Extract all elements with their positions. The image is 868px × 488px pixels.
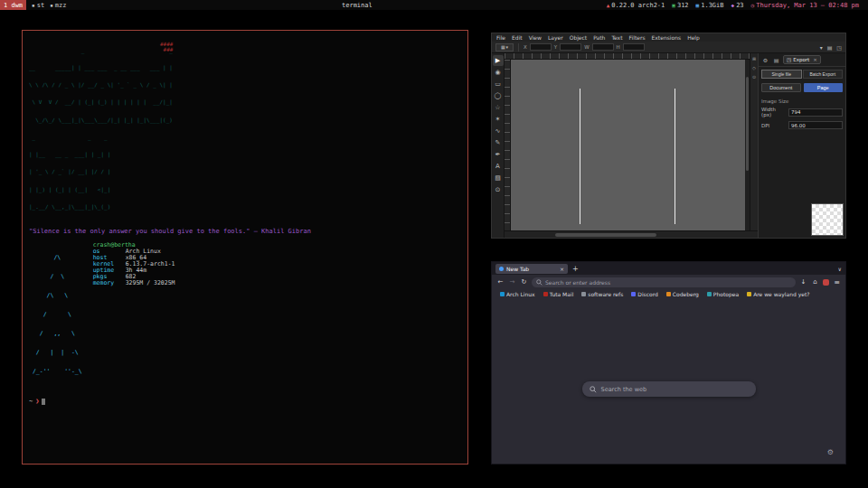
bookmark-discord[interactable]: Discord — [631, 291, 658, 297]
chevron-down-icon[interactable]: ▾ — [820, 44, 823, 51]
y-field[interactable] — [560, 43, 581, 51]
arch-ascii-logo: /\ / \ /\ \ / \ / ,, \ / | | -\ /_-'' ''… — [29, 242, 82, 388]
menu-file[interactable]: File — [496, 34, 505, 41]
selection-mode-dropdown[interactable]: ▦ ▾ — [495, 43, 514, 52]
menu-help[interactable]: Help — [687, 34, 700, 41]
tool-star[interactable]: ☆ — [493, 102, 504, 113]
statusbar-item-st[interactable]: ▪ st — [32, 2, 44, 9]
menu-extensions[interactable]: Extensions — [652, 34, 682, 41]
layers-icon[interactable]: ▤ — [772, 57, 780, 63]
canvas[interactable] — [511, 60, 745, 230]
back-icon[interactable]: ← — [496, 278, 505, 286]
menu-view[interactable]: View — [529, 34, 542, 41]
tool-ellipse[interactable]: ◯ — [493, 90, 504, 101]
menu-text[interactable]: Text — [611, 34, 622, 41]
image-size-label: Image Size — [759, 95, 845, 105]
ruler-vertical — [505, 60, 511, 230]
bookmark-label: Codeberg — [673, 291, 699, 297]
canvas-horizontal-scrollbar[interactable] — [505, 230, 758, 238]
bookmark-arch-linux[interactable]: Arch Linux — [500, 291, 535, 297]
tool-dropper[interactable]: ⊙ — [493, 184, 504, 195]
tool-text[interactable]: A — [493, 161, 504, 172]
w-field[interactable] — [592, 43, 614, 51]
width-row: Width (px) 794 — [759, 105, 845, 119]
terminal-quote: "Silence is the only answer you should g… — [29, 228, 467, 235]
close-icon[interactable]: × — [813, 57, 817, 62]
bookmark-tuta-mail[interactable]: Tuta Mail — [543, 291, 574, 297]
status-memory-label: 1.3GiB — [701, 2, 723, 9]
workspace-tag[interactable]: 1 dwm — [0, 0, 26, 10]
tool-gradient[interactable]: ▧ — [493, 173, 504, 183]
new-tab-button[interactable]: + — [572, 265, 579, 273]
menu-path[interactable]: Path — [593, 34, 605, 41]
menu-edit[interactable]: Edit — [512, 34, 523, 41]
tool-node-editor[interactable]: ◉ — [493, 67, 504, 78]
snap-toolbar: ⊞ ◇ ⊙ — [750, 53, 758, 230]
address-bar[interactable]: Search or enter address — [532, 277, 796, 287]
home-icon[interactable]: ⌂ — [811, 278, 819, 286]
shell-prompt[interactable]: ~❯ — [29, 398, 467, 405]
batch-export-tab[interactable]: Batch Export — [803, 70, 844, 79]
tab-close-icon[interactable]: × — [560, 266, 564, 272]
bookmark-label: Are we wayland yet? — [753, 291, 809, 297]
terminal-cursor — [42, 399, 45, 405]
page-button[interactable]: Page — [804, 83, 844, 92]
statusbar-item-label: st — [37, 2, 44, 9]
tool-calligraphy[interactable]: ✒ — [493, 149, 504, 160]
statusbar-item-mzz[interactable]: ▪ mzz — [50, 2, 66, 9]
menu-icon[interactable]: ≡ — [833, 278, 841, 286]
status-clock-label: Thursday, Mar 13 — 02:48 pm — [756, 2, 859, 9]
single-file-tab[interactable]: Single file — [761, 70, 802, 79]
ublock-extension-icon[interactable] — [823, 279, 829, 286]
downloads-icon[interactable]: ↓ — [799, 278, 807, 286]
statusbar-right: ▲ 0.22.0 arch2-1 ▣ 312 ▦ 1.3GiB ◆ 23 ◷ T… — [607, 2, 868, 9]
bookmark-software-refs[interactable]: software refs — [581, 291, 623, 297]
bookmark-label: Discord — [637, 291, 658, 297]
volume-icon: ◆ — [731, 2, 735, 8]
width-field[interactable]: 794 — [788, 108, 843, 117]
export-corner-icon[interactable]: ◳ — [836, 44, 842, 51]
newtab-search-box[interactable]: Search the web — [582, 381, 756, 397]
firefox-window[interactable]: New Tab × + ∨ ← → ↻ Search or enter addr… — [491, 261, 846, 465]
bookmark-codeberg[interactable]: Codeberg — [666, 291, 699, 297]
fetch-row: memory3295M / 32025M — [93, 280, 175, 286]
arch-icon: ▲ — [607, 2, 610, 8]
snap-icon[interactable]: ⊙ — [752, 74, 756, 80]
page-border-right — [675, 89, 675, 224]
dpi-field[interactable]: 96.00 — [788, 121, 843, 129]
tool-rectangle[interactable]: ▭ — [493, 79, 504, 89]
clock-icon: ◷ — [751, 2, 755, 8]
tool-pen[interactable]: ✎ — [493, 137, 504, 148]
panel-icon[interactable]: ▤ — [827, 44, 833, 51]
export-tab[interactable]: ◳ Export × — [783, 55, 821, 64]
snap-icon[interactable]: ⊞ — [752, 56, 756, 61]
tool-selector[interactable]: ▶ — [493, 55, 504, 66]
x-field[interactable] — [530, 43, 552, 51]
search-placeholder: Search the web — [601, 386, 647, 393]
menu-layer[interactable]: Layer — [548, 34, 563, 41]
reload-icon[interactable]: ↻ — [520, 278, 528, 286]
inkscape-window[interactable]: File Edit View Layer Object Path Text Fi… — [491, 33, 846, 239]
gear-icon[interactable]: ⚙ — [761, 57, 769, 63]
toolbar-right-icons: ▾ ▤ ◳ — [820, 44, 842, 51]
package-icon: ▣ — [672, 2, 675, 8]
list-all-tabs-icon[interactable]: ∨ — [838, 266, 842, 272]
h-field[interactable] — [623, 43, 645, 51]
snap-icon[interactable]: ◇ — [752, 65, 756, 70]
forward-icon[interactable]: → — [508, 278, 516, 286]
terminal-window[interactable]: _ _ __ _____| | ___ ___ _ __ ___ ___ | |… — [22, 30, 468, 465]
ascii-banner: _ _ __ _____| | ___ ___ _ __ ___ ___ | |… — [29, 36, 467, 221]
document-button[interactable]: Document — [761, 83, 801, 92]
bookmark-photopea[interactable]: Photopea — [707, 291, 739, 297]
status-clock-segment: ◷ Thursday, Mar 13 — 02:48 pm — [751, 2, 859, 9]
personalize-gear-icon[interactable]: ⚙ — [827, 448, 834, 456]
menu-object[interactable]: Object — [570, 34, 588, 41]
prompt-char: ❯ — [35, 398, 39, 405]
menu-filters[interactable]: Filters — [629, 34, 646, 41]
tool-pencil[interactable]: ∿ — [493, 126, 504, 136]
status-volume-label: 23 — [736, 2, 743, 9]
bookmark-are-we-wayland-yet[interactable]: Are we wayland yet? — [747, 291, 809, 297]
bookmark-favicon — [543, 292, 548, 296]
tool-shape-builder[interactable]: ✶ — [493, 114, 504, 125]
tab-new-tab[interactable]: New Tab × — [495, 264, 568, 274]
